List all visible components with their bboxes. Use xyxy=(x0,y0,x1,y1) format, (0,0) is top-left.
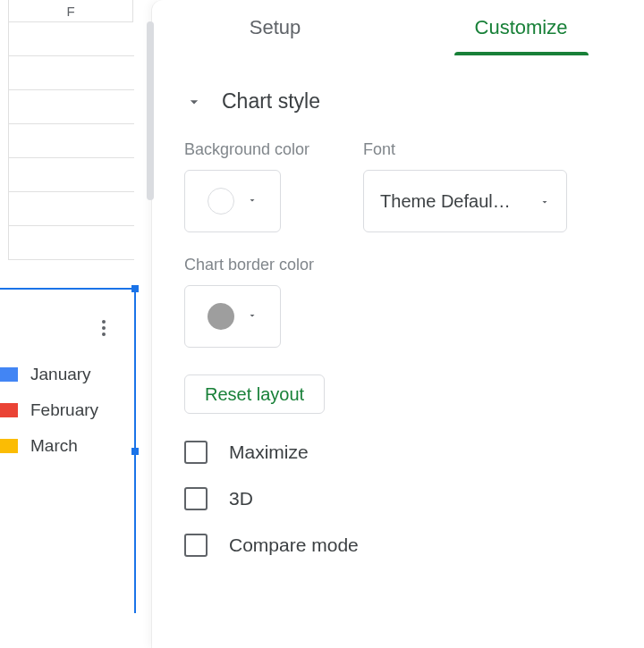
legend-swatch xyxy=(0,403,18,417)
checkbox-box xyxy=(184,487,208,510)
font-dropdown[interactable]: Theme Defaul… xyxy=(363,170,567,232)
checkbox-label: 3D xyxy=(229,488,253,509)
chart-editor-panel: Setup Customize Chart style Background c… xyxy=(152,0,644,648)
scrollbar[interactable] xyxy=(147,21,154,200)
dropdown-value: Theme Defaul… xyxy=(380,191,511,212)
legend-item[interactable]: March xyxy=(0,436,98,456)
reset-layout-button[interactable]: Reset layout xyxy=(184,374,325,414)
resize-handle-top-right[interactable] xyxy=(131,285,139,292)
column-cells[interactable] xyxy=(8,22,134,260)
section-title: Chart style xyxy=(222,89,320,114)
checkbox-label: Maximize xyxy=(229,442,309,463)
field-font: Font Theme Defaul… xyxy=(363,140,567,232)
chevron-down-icon xyxy=(539,191,550,212)
color-swatch xyxy=(208,188,234,215)
field-label: Chart border color xyxy=(184,256,314,274)
legend-item[interactable]: January xyxy=(0,365,98,384)
field-background-color: Background color xyxy=(184,140,309,232)
checkbox-label: Compare mode xyxy=(229,534,359,556)
legend-item[interactable]: February xyxy=(0,400,98,420)
tab-customize[interactable]: Customize xyxy=(398,0,644,55)
customize-body: Chart style Background color Font Theme … xyxy=(152,55,644,557)
checkbox-box xyxy=(184,534,208,557)
chevron-down-icon xyxy=(184,92,204,112)
border-color-picker[interactable] xyxy=(184,285,281,348)
chart-overflow-menu-icon[interactable] xyxy=(95,316,113,340)
field-label: Font xyxy=(363,140,567,159)
tab-setup[interactable]: Setup xyxy=(152,0,398,55)
background-color-picker[interactable] xyxy=(184,170,281,232)
chevron-down-icon xyxy=(247,308,258,324)
legend-label: January xyxy=(30,365,91,384)
panel-tabs: Setup Customize xyxy=(152,0,644,55)
column-header-cell[interactable]: F xyxy=(8,0,133,22)
field-label: Background color xyxy=(184,140,309,159)
checkbox-3d[interactable]: 3D xyxy=(184,487,612,510)
checkbox-maximize[interactable]: Maximize xyxy=(184,441,612,464)
legend-label: March xyxy=(30,436,78,456)
spreadsheet-fragment: F January February March xyxy=(0,0,152,648)
chevron-down-icon xyxy=(247,193,258,209)
embedded-chart[interactable]: January February March xyxy=(0,288,136,613)
legend-swatch xyxy=(0,367,18,382)
section-chart-style-header[interactable]: Chart style xyxy=(184,73,612,140)
field-chart-border-color: Chart border color xyxy=(184,256,314,348)
legend-swatch xyxy=(0,439,18,453)
checkbox-box xyxy=(184,441,208,464)
checkbox-compare-mode[interactable]: Compare mode xyxy=(184,534,612,557)
chart-legend: January February March xyxy=(0,365,98,456)
resize-handle-right[interactable] xyxy=(131,448,139,455)
color-swatch xyxy=(208,303,234,330)
legend-label: February xyxy=(30,400,98,420)
